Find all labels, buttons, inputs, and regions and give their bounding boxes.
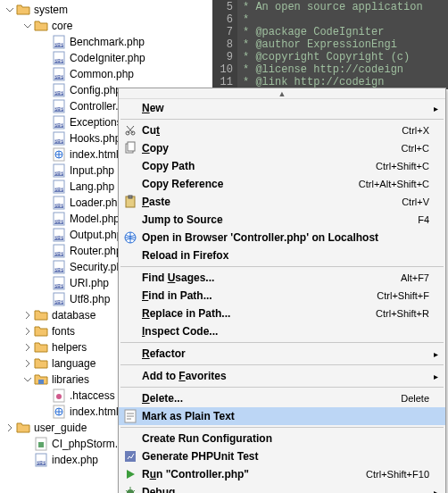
chevron-down-icon[interactable]: [4, 2, 16, 18]
submenu-arrow-icon: ▸: [429, 488, 438, 494]
php-file-icon: PHP: [52, 115, 66, 130]
svg-text:PHP: PHP: [54, 203, 64, 208]
tree-label: Router.php: [70, 245, 122, 257]
svg-text:PHP: PHP: [54, 138, 64, 144]
menu-item[interactable]: CutCtrl+X: [119, 121, 445, 139]
menu-item[interactable]: Add to Favorites▸: [119, 367, 445, 385]
html-file-icon: [52, 147, 66, 162]
context-menu[interactable]: ▲ New▸CutCtrl+XCopyCtrl+CCopy PathCtrl+S…: [118, 88, 446, 493]
menu-item-label: Run "Controller.php": [142, 468, 359, 480]
menu-item-label: Debug: [142, 486, 422, 493]
tree-row[interactable]: core: [0, 18, 250, 34]
tree-spacer: [39, 146, 52, 163]
tree-label: .htaccess: [70, 389, 115, 402]
chevron-right-icon[interactable]: [21, 355, 34, 372]
code-line: * @link http://codeign: [243, 76, 448, 88]
folder-icon: [16, 421, 30, 435]
menu-item[interactable]: PasteCtrl+V: [119, 193, 445, 211]
menu-separator: [120, 427, 444, 428]
menu-item[interactable]: Open in Browser 'Controller.php' on Loca…: [119, 229, 445, 246]
menu-item-shortcut: Ctrl+Shift+F10: [366, 469, 429, 480]
tree-label: index.php: [52, 454, 98, 466]
tree-spacer: [39, 404, 52, 420]
tree-spacer: [39, 291, 52, 307]
tree-label: Output.php: [70, 229, 122, 241]
tree-label: Hooks.php: [70, 132, 120, 145]
chevron-down-icon[interactable]: [21, 372, 34, 388]
svg-point-52: [56, 394, 62, 399]
tree-label: language: [52, 357, 95, 370]
chevron-right-icon[interactable]: [21, 323, 34, 339]
tree-spacer: [39, 211, 52, 227]
tree-label: Config.php: [70, 84, 121, 96]
menu-icon-empty: [122, 247, 138, 263]
menu-item[interactable]: Delete...Delete: [119, 389, 445, 407]
menu-item[interactable]: Find in Path...Ctrl+Shift+F: [119, 287, 445, 305]
folder-icon: [34, 340, 48, 355]
menu-item[interactable]: CopyCtrl+C: [119, 139, 445, 157]
php-file-icon: PHP: [52, 51, 66, 65]
tree-row[interactable]: PHPCommon.php: [0, 66, 250, 82]
menu-item[interactable]: Find Usages...Alt+F7: [119, 269, 445, 287]
svg-text:PHP: PHP: [37, 460, 46, 465]
menu-item[interactable]: Generate PHPUnit Test: [119, 447, 445, 465]
tree-label: core: [52, 20, 72, 32]
menu-icon-empty: [122, 270, 138, 286]
menu-item[interactable]: Run "Controller.php"Ctrl+Shift+F10: [119, 465, 445, 483]
menu-item[interactable]: Refactor▸: [119, 345, 445, 363]
tree-label: libraries: [52, 373, 89, 386]
menu-item-label: Refactor: [142, 347, 422, 360]
php-file-icon: PHP: [52, 244, 66, 258]
chevron-right-icon[interactable]: [21, 339, 34, 355]
tree-label: Common.php: [70, 68, 134, 80]
tree-row[interactable]: system: [0, 2, 250, 18]
tree-spacer: [39, 388, 52, 404]
menu-item-label: Paste: [142, 196, 394, 208]
submenu-arrow-icon: ▸: [429, 372, 438, 381]
tree-row[interactable]: PHPCodeIgniter.php: [0, 50, 250, 66]
code-line: * @package CodeIgniter: [243, 26, 448, 38]
menu-item-label: Find Usages...: [142, 272, 394, 284]
php-file-icon: PHP: [52, 292, 66, 306]
svg-rect-68: [125, 451, 136, 462]
menu-item-shortcut: F4: [418, 214, 429, 225]
menu-item[interactable]: Debug▸: [119, 483, 445, 493]
tree-label: helpers: [52, 341, 87, 354]
svg-text:PHP: PHP: [54, 267, 64, 272]
tree-row[interactable]: PHPBenchmark.php: [0, 34, 250, 50]
folder-open-icon: [34, 19, 48, 33]
svg-rect-63: [128, 142, 135, 151]
menu-item[interactable]: Copy PathCtrl+Shift+C: [119, 157, 445, 175]
chevron-right-icon[interactable]: [4, 420, 16, 436]
menu-item[interactable]: Replace in Path...Ctrl+Shift+R: [119, 305, 445, 322]
svg-text:PHP: PHP: [54, 90, 64, 96]
iml-file-icon: [34, 437, 48, 451]
code-line: * @license http://codeign: [243, 63, 448, 76]
folder-icon: [34, 308, 48, 322]
tree-label: system: [34, 4, 68, 16]
menu-item[interactable]: New▸: [119, 99, 445, 117]
chevron-right-icon[interactable]: [21, 307, 34, 323]
htaccess-file-icon: [52, 389, 66, 403]
menu-item[interactable]: Copy ReferenceCtrl+Alt+Shift+C: [119, 175, 445, 193]
menu-icon-empty: [122, 176, 138, 192]
code-line: *: [243, 13, 448, 26]
menu-item[interactable]: Jump to SourceF4: [119, 211, 445, 229]
menu-item-label: Reload in Firefox: [142, 249, 422, 262]
menu-scroll-up[interactable]: ▲: [119, 88, 445, 99]
menu-item[interactable]: Create Run Configuration: [119, 430, 445, 447]
tree-label: user_guide: [34, 422, 87, 434]
menu-item[interactable]: Inspect Code...: [119, 322, 445, 340]
menu-item[interactable]: Reload in Firefox: [119, 246, 445, 264]
paste-icon: [122, 194, 138, 210]
php-file-icon: PHP: [52, 131, 66, 146]
menu-item[interactable]: Mark as Plain Text: [119, 407, 445, 425]
menu-item-shortcut: Ctrl+Alt+Shift+C: [359, 179, 429, 189]
menu-separator: [120, 342, 444, 343]
chevron-down-icon[interactable]: [21, 18, 34, 34]
browser-icon: [122, 230, 138, 246]
editor-code[interactable]: * An open source application * * @packag…: [237, 0, 448, 89]
svg-rect-50: [38, 380, 44, 384]
svg-text:PHP: PHP: [54, 122, 64, 128]
tree-spacer: [39, 130, 52, 146]
